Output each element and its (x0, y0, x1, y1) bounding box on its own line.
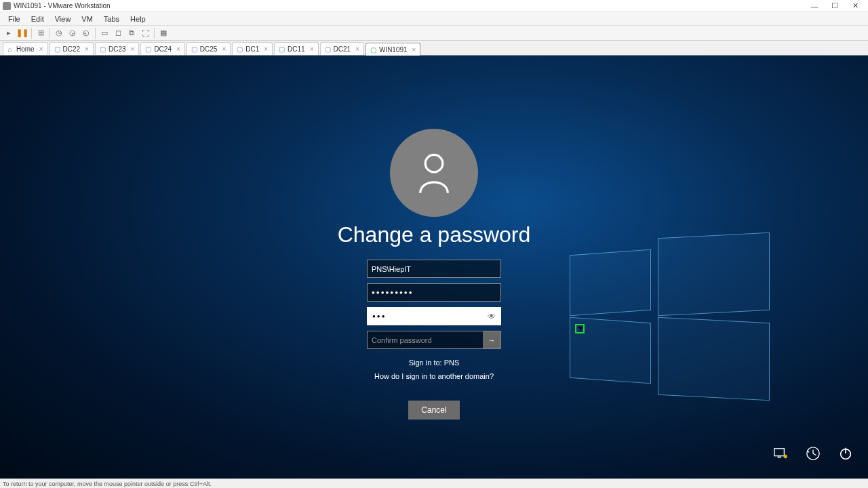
menu-bar: File Edit View VM Tabs Help (0, 12, 868, 26)
menu-view[interactable]: View (50, 15, 77, 23)
minimize-button[interactable]: — (804, 2, 825, 10)
tab-label: DC25 (200, 45, 218, 53)
vm-icon (54, 45, 61, 52)
new-password-mask: ●●● (372, 313, 387, 319)
tab-bar: Home× DC22× DC23× DC24× DC25× DC1× DC11×… (0, 41, 868, 56)
other-domain-link[interactable]: How do I sign in to another domain? (374, 372, 494, 380)
username-field[interactable]: PNS\HiepIT (367, 260, 501, 278)
close-tab-icon[interactable]: × (39, 45, 43, 53)
submit-arrow-button[interactable]: → (483, 331, 500, 348)
tab-label: DC24 (154, 45, 172, 53)
vm-icon (191, 45, 198, 52)
send-ctrl-alt-del-button[interactable]: ⊞ (35, 27, 47, 39)
vm-icon (279, 45, 285, 52)
tab-label: DC11 (288, 45, 305, 53)
window-title: WIN1091 - VMware Workstation (14, 2, 111, 9)
power-icon[interactable] (837, 445, 854, 462)
close-tab-icon[interactable]: × (355, 45, 359, 53)
tab-dc24[interactable]: DC24× (140, 42, 184, 55)
tab-dc23[interactable]: DC23× (95, 42, 139, 55)
old-password-field[interactable]: ●●●●●●●●● (367, 283, 501, 302)
windows-logo (570, 225, 773, 401)
tab-dc25[interactable]: DC25× (186, 42, 231, 55)
network-icon[interactable] (772, 445, 789, 462)
title-bar: WIN1091 - VMware Workstation — ☐ ✕ (0, 0, 868, 12)
power-menu-button[interactable]: ▸ (3, 27, 15, 39)
tab-win1091[interactable]: WIN1091× (366, 43, 421, 56)
stretch-button[interactable]: ◻ (112, 27, 124, 39)
confirm-placeholder: Confirm password (372, 336, 432, 344)
vm-display[interactable]: Change a password PNS\HiepIT ●●●●●●●●● ●… (0, 56, 868, 479)
tab-label: DC1 (245, 45, 259, 53)
close-window-button[interactable]: ✕ (845, 1, 865, 10)
username-value: PNS\HiepIT (372, 265, 411, 273)
tab-label: WIN1091 (379, 46, 408, 54)
vm-running-icon (370, 46, 377, 53)
tab-label: Home (16, 45, 35, 53)
status-bar: To return to your computer, move the mou… (0, 479, 868, 488)
vm-icon (325, 45, 332, 52)
vm-icon (145, 45, 152, 52)
reveal-password-icon[interactable]: 👁 (488, 312, 496, 321)
vm-icon (237, 45, 243, 52)
page-heading: Change a password (338, 222, 531, 247)
fullscreen-button[interactable]: ⛶ (139, 27, 151, 39)
new-password-field[interactable]: ●●● 👁 (367, 307, 501, 325)
svg-point-0 (425, 155, 443, 172)
cancel-button[interactable]: Cancel (408, 401, 460, 420)
vm-icon (100, 45, 106, 52)
tab-dc21[interactable]: DC21× (320, 42, 364, 55)
svg-rect-1 (774, 449, 784, 456)
change-password-panel: Change a password PNS\HiepIT ●●●●●●●●● ●… (332, 129, 536, 420)
toolbar-separator (31, 28, 32, 39)
maximize-button[interactable]: ☐ (825, 1, 845, 10)
toolbar-separator (50, 28, 50, 39)
tab-dc11[interactable]: DC11× (274, 42, 318, 55)
user-avatar (390, 129, 478, 217)
svg-point-3 (784, 455, 787, 458)
tab-label: DC22 (63, 45, 81, 53)
menu-edit[interactable]: Edit (26, 15, 50, 23)
close-tab-icon[interactable]: × (131, 45, 135, 53)
unity-button[interactable]: ⧉ (125, 27, 138, 39)
menu-file[interactable]: File (3, 15, 26, 23)
svg-rect-2 (778, 457, 781, 458)
app-icon (3, 2, 11, 10)
lock-screen-icons (772, 445, 854, 462)
menu-help[interactable]: Help (125, 15, 151, 23)
user-icon (415, 151, 453, 195)
snapshot-button[interactable]: ◷ (53, 27, 65, 39)
pause-button[interactable]: ❚❚ (16, 27, 28, 39)
status-text: To return to your computer, move the mou… (3, 481, 212, 487)
close-tab-icon[interactable]: × (222, 45, 226, 53)
cycle-button[interactable]: ▦ (157, 27, 170, 39)
close-tab-icon[interactable]: × (310, 45, 314, 53)
tab-home[interactable]: Home× (3, 42, 48, 55)
fit-guest-button[interactable]: ▭ (98, 27, 111, 39)
close-tab-icon[interactable]: × (85, 45, 89, 53)
toolbar-separator (154, 28, 155, 39)
menu-tabs[interactable]: Tabs (98, 15, 125, 23)
confirm-password-field[interactable]: Confirm password → (367, 331, 501, 349)
home-icon (7, 45, 14, 52)
toolbar-separator (95, 28, 96, 39)
revert-button[interactable]: ◶ (66, 27, 79, 39)
old-password-mask: ●●●●●●●●● (372, 289, 414, 296)
tab-label: DC21 (334, 45, 351, 53)
tab-dc1[interactable]: DC1× (232, 42, 273, 55)
close-tab-icon[interactable]: × (176, 45, 180, 53)
tab-dc22[interactable]: DC22× (50, 42, 94, 55)
close-tab-icon[interactable]: × (264, 45, 268, 53)
tab-label: DC23 (108, 45, 126, 53)
signin-to-label: Sign in to: PNS (409, 359, 460, 367)
toolbar: ▸ ❚❚ ⊞ ◷ ◶ ◵ ▭ ◻ ⧉ ⛶ ▦ (0, 26, 868, 41)
snapshot-manager-button[interactable]: ◵ (80, 27, 92, 39)
ease-of-access-icon[interactable] (804, 445, 822, 462)
menu-vm[interactable]: VM (76, 15, 98, 23)
close-tab-icon[interactable]: × (412, 46, 416, 54)
